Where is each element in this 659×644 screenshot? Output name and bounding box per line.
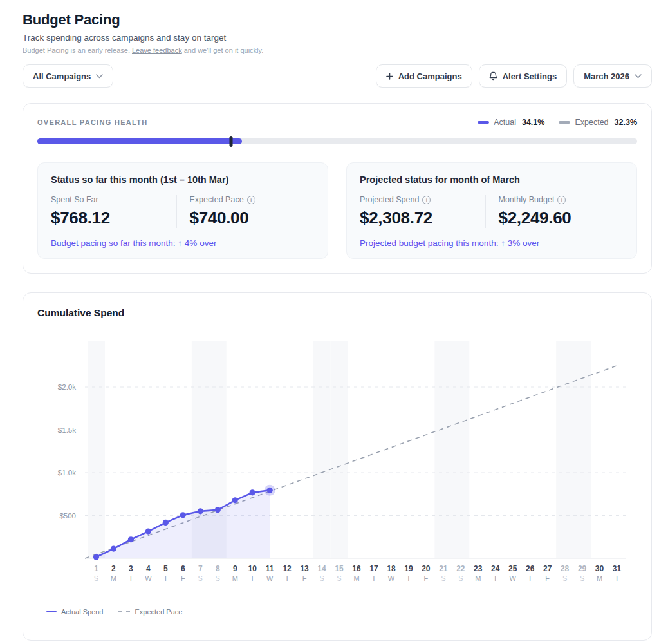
pacing-health-card: OVERALL PACING HEALTH Actual 34.1% Expec… [23, 103, 652, 274]
svg-text:5: 5 [163, 564, 168, 573]
expected-pace-label: Expected Pace [135, 608, 182, 616]
cumulative-spend-chart[interactable]: $500$1.0k$1.5k$2.0k1S2M3T4W5T6F7S8S9M10T… [37, 328, 637, 601]
svg-text:15: 15 [335, 564, 344, 573]
svg-text:F: F [181, 574, 185, 582]
svg-text:T: T [163, 574, 168, 582]
metric-projected-spend: Projected Spendi $2,308.72 [360, 195, 485, 228]
projected-status-card: Projected status for month of March Proj… [346, 162, 637, 259]
chevron-down-icon [96, 74, 103, 79]
svg-text:S: S [216, 574, 220, 582]
svg-text:$500: $500 [59, 512, 76, 520]
svg-text:F: F [545, 574, 550, 582]
svg-text:22: 22 [456, 564, 465, 573]
page-subtitle: Track spending across campaigns and stay… [23, 33, 652, 43]
svg-text:W: W [145, 574, 152, 582]
svg-text:2: 2 [111, 564, 116, 573]
legend-expected: Expected 32.3% [559, 118, 637, 127]
month-selector-label: March 2026 [584, 71, 629, 81]
svg-text:T: T [407, 574, 411, 582]
svg-text:12: 12 [283, 564, 292, 573]
svg-text:T: T [250, 574, 255, 582]
spent-so-far-value: $768.12 [51, 208, 176, 228]
campaign-filter-dropdown[interactable]: All Campaigns [23, 64, 113, 88]
actual-label: Actual [494, 118, 516, 127]
svg-text:14: 14 [317, 564, 326, 573]
svg-text:F: F [424, 574, 429, 582]
leave-feedback-link[interactable]: Leave feedback [132, 46, 182, 54]
svg-text:T: T [372, 574, 376, 582]
month-selector-dropdown[interactable]: March 2026 [573, 64, 652, 88]
svg-text:31: 31 [613, 564, 622, 573]
release-note-suffix: and we'll get on it quickly. [182, 46, 264, 54]
svg-text:10: 10 [248, 564, 257, 573]
svg-text:W: W [266, 574, 274, 582]
add-campaigns-button[interactable]: Add Campaigns [376, 64, 472, 88]
svg-text:6: 6 [181, 564, 185, 573]
progress-expected-marker [230, 136, 233, 147]
svg-text:T: T [528, 574, 532, 582]
budget-pacing-page: Budget Pacing Track spending across camp… [0, 0, 659, 644]
legend-actual: Actual 34.1% [478, 118, 544, 127]
release-note: Budget Pacing is an early release. Leave… [23, 46, 652, 54]
spent-so-far-label: Spent So Far [51, 195, 98, 204]
svg-text:13: 13 [300, 564, 309, 573]
svg-text:T: T [493, 574, 497, 582]
info-icon[interactable]: i [557, 196, 566, 204]
expected-pace-value: $740.00 [190, 208, 315, 228]
svg-text:16: 16 [352, 564, 361, 573]
metric-monthly-budget: Monthly Budgeti $2,249.60 [485, 195, 624, 228]
svg-text:W: W [388, 574, 395, 582]
add-campaigns-label: Add Campaigns [398, 71, 462, 81]
monthly-budget-value: $2,249.60 [499, 208, 624, 228]
pacing-progress-bar [37, 136, 637, 147]
svg-text:17: 17 [369, 564, 378, 573]
svg-text:9: 9 [233, 564, 237, 573]
toolbar: All Campaigns Add Campaigns Alert Settin… [23, 64, 652, 88]
actual-value: 34.1% [522, 118, 544, 127]
monthly-budget-label: Monthly Budget [499, 195, 555, 204]
svg-text:21: 21 [439, 564, 448, 573]
actual-swatch [478, 121, 489, 124]
plus-icon [386, 73, 393, 80]
svg-text:30: 30 [595, 564, 604, 573]
expected-dash-swatch [118, 611, 130, 612]
svg-text:29: 29 [578, 564, 587, 573]
svg-text:M: M [353, 574, 359, 582]
bell-icon [489, 71, 497, 80]
svg-text:S: S [198, 574, 203, 582]
svg-text:4: 4 [146, 564, 151, 573]
status-pacing-footer: Budget pacing so far this month: ↑ 4% ov… [51, 238, 315, 248]
svg-text:T: T [615, 574, 619, 582]
info-icon[interactable]: i [247, 196, 255, 204]
svg-text:M: M [111, 574, 116, 582]
svg-text:T: T [129, 574, 133, 582]
actual-spend-label: Actual Spend [61, 608, 103, 616]
svg-text:M: M [232, 574, 238, 582]
svg-text:M: M [475, 574, 481, 582]
svg-text:19: 19 [404, 564, 413, 573]
svg-text:$1.0k: $1.0k [58, 469, 76, 477]
svg-text:8: 8 [216, 564, 220, 573]
svg-text:S: S [562, 574, 567, 582]
metric-expected-pace: Expected Pacei $740.00 [176, 195, 315, 228]
svg-text:T: T [285, 574, 290, 582]
chart-title: Cumulative Spend [37, 307, 637, 319]
projected-spend-value: $2,308.72 [360, 208, 485, 228]
svg-text:7: 7 [198, 564, 203, 573]
status-card-title: Status so far this month (1st – 10th Mar… [51, 175, 315, 185]
svg-text:S: S [580, 574, 584, 582]
metric-spent-so-far: Spent So Far $768.12 [51, 195, 176, 228]
pacing-health-title: OVERALL PACING HEALTH [37, 118, 148, 126]
release-note-prefix: Budget Pacing is an early release. [23, 46, 132, 54]
page-title: Budget Pacing [23, 12, 652, 28]
expected-label: Expected [575, 118, 608, 127]
page-header: Budget Pacing Track spending across camp… [23, 12, 652, 54]
alert-settings-button[interactable]: Alert Settings [479, 64, 568, 88]
svg-text:11: 11 [266, 564, 274, 573]
info-icon[interactable]: i [422, 196, 431, 204]
projected-pacing-footer: Projected budget pacing this month: ↑ 3%… [360, 238, 624, 248]
cumulative-spend-card: Cumulative Spend $500$1.0k$1.5k$2.0k1S2M… [23, 292, 652, 641]
svg-text:28: 28 [561, 564, 570, 573]
svg-text:1: 1 [94, 564, 98, 573]
legend-actual-spend: Actual Spend [46, 608, 103, 616]
